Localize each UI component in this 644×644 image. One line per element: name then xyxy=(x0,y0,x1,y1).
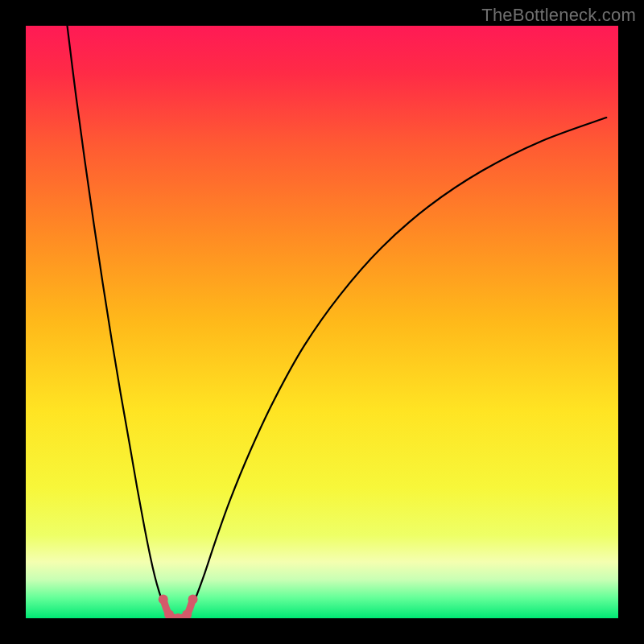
right-branch-curve xyxy=(188,118,606,613)
left-branch-curve xyxy=(68,26,168,613)
chart-frame: TheBottleneck.com xyxy=(0,0,644,644)
plot-area xyxy=(26,26,618,618)
svg-point-1 xyxy=(159,594,168,604)
bottom-u-marker xyxy=(159,594,198,618)
svg-point-5 xyxy=(188,594,198,604)
svg-point-3 xyxy=(173,613,183,618)
curves-layer xyxy=(26,26,618,618)
watermark-text: TheBottleneck.com xyxy=(481,5,636,26)
